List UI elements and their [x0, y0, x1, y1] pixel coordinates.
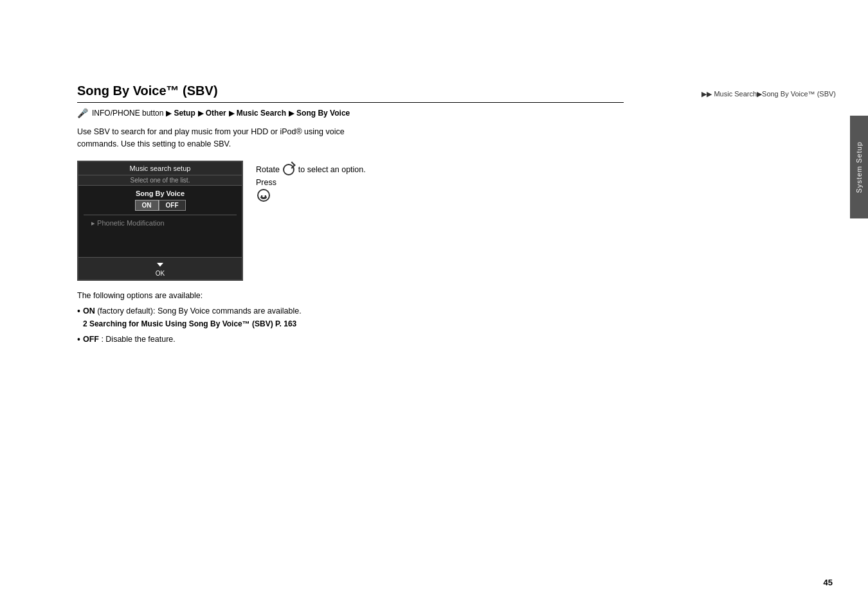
nav-song-by-voice: Song By Voice	[296, 109, 350, 118]
nav-arrow-1: ▶	[166, 109, 171, 118]
screen-item-phonetic: ▸ Phonetic Modification	[78, 215, 242, 231]
ref-arrow: 2	[83, 319, 87, 328]
toggle-off[interactable]: OFF	[159, 200, 186, 211]
breadcrumb: ▶▶ Music Search▶Song By Voice™ (SBV)	[701, 90, 836, 98]
ref-link: 2 Searching for Music Using Song By Voic…	[83, 318, 302, 330]
mic-icon: 🎤	[77, 108, 88, 118]
rotate-icon	[283, 164, 294, 175]
toggle-on[interactable]: ON	[135, 200, 159, 211]
options-title: The following options are available:	[77, 291, 624, 300]
page-number: 45	[824, 578, 833, 587]
bullet-off: •	[77, 333, 80, 346]
screen-footer: OK	[78, 257, 242, 280]
nav-arrow-4: ▶	[289, 109, 294, 118]
option-on: • ON (factory default): Song By Voice co…	[77, 305, 624, 330]
option-off-content: OFF : Disable the feature.	[83, 333, 176, 346]
option-on-text: (factory default): Song By Voice command…	[97, 306, 302, 315]
ref-page: P. 163	[275, 319, 296, 328]
down-arrow-icon	[157, 263, 163, 267]
nav-info-btn: INFO/PHONE button	[92, 109, 163, 118]
nav-arrow-3: ▶	[229, 109, 234, 118]
ref-link-text: Searching for Music Using Song By Voice™…	[89, 319, 273, 328]
screen-item-song-by-voice: Song By Voice ON OFF	[78, 186, 242, 215]
option-off-text: : Disable the feature.	[101, 335, 175, 344]
page-title: Song By Voice™ (SBV)	[77, 84, 624, 103]
screen-spacer	[78, 231, 242, 257]
description: Use SBV to search for and play music fro…	[77, 126, 347, 150]
option-off: • OFF : Disable the feature.	[77, 333, 624, 346]
nav-path: 🎤 INFO/PHONE button ▶ Setup ▶ Other ▶ Mu…	[77, 108, 624, 118]
screen-subheader: Select one of the list.	[78, 175, 242, 186]
screen-mockup: Music search setup Select one of the lis…	[77, 161, 243, 281]
rotate-text: Rotate	[256, 165, 282, 174]
option-off-key: OFF	[83, 335, 99, 344]
press-icon	[257, 189, 270, 202]
option-on-key: ON	[83, 306, 95, 315]
nav-other: Other	[206, 109, 226, 118]
content-row: Music search setup Select one of the lis…	[77, 161, 624, 281]
sidebar-label: System Setup	[855, 141, 863, 193]
nav-music-search: Music Search	[237, 109, 286, 118]
phonetic-label: ▸	[91, 219, 97, 227]
rotate-instruction: Rotate to select an option. Press	[256, 161, 384, 202]
main-content: Song By Voice™ (SBV) 🎤 INFO/PHONE button…	[77, 84, 624, 350]
ok-button[interactable]: OK	[81, 270, 239, 277]
breadcrumb-text: ▶▶ Music Search▶Song By Voice™ (SBV)	[701, 90, 836, 98]
nav-setup: Setup	[174, 109, 195, 118]
bullet-on: •	[77, 305, 80, 330]
phonetic-text: Phonetic Modification	[97, 219, 165, 227]
option-on-content: ON (factory default): Song By Voice comm…	[83, 305, 302, 330]
toggle-row: ON OFF	[91, 200, 229, 211]
screen-item-title: Song By Voice	[91, 190, 229, 197]
sidebar-tab: System Setup	[850, 116, 868, 218]
screen-header: Music search setup	[78, 162, 242, 175]
nav-arrow-2: ▶	[198, 109, 203, 118]
